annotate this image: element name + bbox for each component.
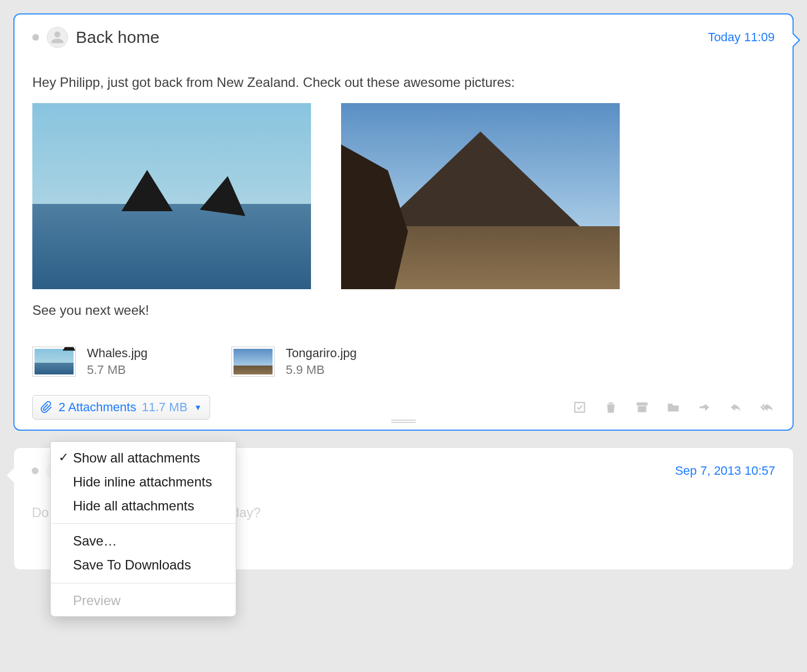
menu-item-save-downloads[interactable]: Save To Downloads (51, 553, 236, 577)
attachment-list: Whales.jpg 5.7 MB Tongariro.jpg 5.9 MB (32, 345, 775, 378)
message-timestamp: Today 11:09 (708, 30, 775, 45)
message-body-outro: See you next week! (32, 303, 775, 318)
chevron-down-icon: ▼ (194, 403, 202, 412)
menu-item-save[interactable]: Save… (51, 529, 236, 553)
resize-grip-icon[interactable] (391, 420, 416, 423)
attachment-item[interactable]: Tongariro.jpg 5.9 MB (231, 345, 357, 378)
unread-dot-icon (32, 34, 39, 41)
message-header: Back home Today 11:09 (32, 27, 775, 48)
attachment-thumbnail (32, 347, 76, 377)
attachments-dropdown-button[interactable]: 2 Attachments 11.7 MB ▼ (32, 395, 210, 420)
menu-separator (51, 583, 236, 583)
attachments-total-size: 11.7 MB (142, 400, 187, 415)
message-actions (572, 400, 775, 415)
attachment-name: Whales.jpg (87, 345, 148, 362)
menu-item-preview: Preview (51, 589, 236, 613)
attachment-item[interactable]: Whales.jpg 5.7 MB (32, 345, 148, 378)
menu-item-hide-inline[interactable]: Hide inline attachments (51, 470, 236, 494)
attachment-thumbnail (231, 347, 275, 377)
unread-dot-icon (32, 468, 38, 474)
menu-item-hide-all[interactable]: Hide all attachments (51, 494, 236, 518)
forward-icon[interactable] (697, 400, 712, 415)
attachments-count-label: 2 Attachments (59, 400, 136, 415)
attachment-size: 5.9 MB (286, 362, 357, 378)
archive-icon[interactable] (634, 400, 650, 415)
junk-icon[interactable] (572, 400, 587, 415)
reply-all-icon[interactable] (759, 400, 775, 415)
person-icon (50, 30, 65, 45)
inline-images (32, 103, 775, 289)
paperclip-icon (41, 401, 53, 413)
reply-icon[interactable] (728, 400, 743, 415)
menu-item-show-all[interactable]: Show all attachments (51, 446, 236, 470)
message-footer: 2 Attachments 11.7 MB ▼ (32, 395, 775, 420)
inline-image-whales[interactable] (32, 103, 311, 289)
attachment-name: Tongariro.jpg (286, 345, 357, 362)
attachment-size: 5.7 MB (87, 362, 148, 378)
trash-icon[interactable] (603, 400, 619, 415)
message-card: Back home Today 11:09 Hey Philipp, just … (13, 13, 794, 431)
message-timestamp: Sep 7, 2013 10:57 (675, 464, 775, 478)
inline-image-tongariro[interactable] (341, 103, 620, 289)
folder-icon[interactable] (665, 400, 681, 415)
attachments-dropdown-menu: Show all attachments Hide inline attachm… (50, 441, 236, 617)
menu-separator (51, 523, 236, 524)
avatar[interactable] (47, 27, 68, 48)
message-subject: Back home (76, 28, 159, 47)
message-body-intro: Hey Philipp, just got back from New Zeal… (32, 74, 775, 91)
